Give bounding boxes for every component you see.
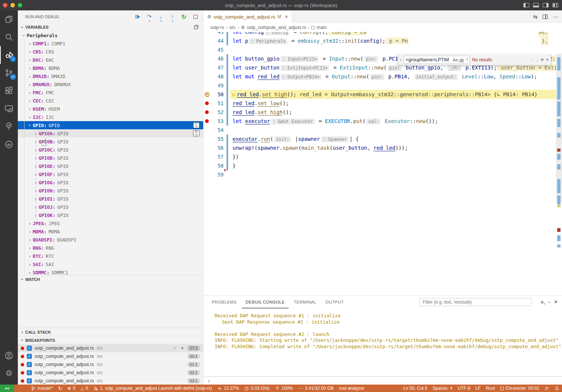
tree-item-gpiod[interactable]: ›GPIOD:GPIO: [18, 154, 203, 162]
chevron-right-icon[interactable]: ›: [27, 229, 33, 234]
status-notifications[interactable]: [552, 385, 562, 392]
breakpoint-gutter-icon[interactable]: [204, 110, 210, 114]
code-line-49[interactable]: 49: [204, 81, 556, 90]
code-line-51[interactable]: 51 red_led.set_low();: [204, 99, 556, 108]
breakpoint-checkbox[interactable]: ✓: [27, 362, 32, 367]
breakpoint-gutter-icon[interactable]: [204, 101, 210, 105]
tree-item-comp1[interactable]: ›COMP1:COMP1: [18, 39, 203, 48]
activity-source-control-icon[interactable]: 17: [0, 64, 18, 82]
activity-search-icon[interactable]: [0, 28, 18, 46]
code-area[interactable]: 43 let config: Config = Config(); config…: [204, 32, 562, 295]
code-line-43[interactable]: 43 let config: Config = Config(); config…: [204, 32, 556, 36]
continue-button[interactable]: [134, 13, 141, 20]
code-line-57[interactable]: 57 }): [204, 152, 556, 161]
tree-item-gpio[interactable]: ›GPIO:GPIO0110: [18, 121, 203, 129]
chevron-right-icon[interactable]: ›: [27, 57, 33, 63]
activity-run-and-debug-icon[interactable]: 1: [0, 46, 18, 64]
chevron-right-icon[interactable]: ›: [33, 213, 39, 218]
breakpoint-row[interactable]: ✓sstp_compute_and_adjust.rssrc52:1: [18, 369, 203, 377]
activity-explorer-icon[interactable]: [0, 10, 18, 28]
tree-item-rtc[interactable]: ›RTC:RTC: [18, 252, 203, 260]
status-indentation[interactable]: Spaces: 4: [430, 385, 455, 392]
tree-item-dac[interactable]: ›DAC:DAC: [18, 56, 203, 64]
breadcrumb-item[interactable]: sstp-rs: [210, 25, 224, 30]
chevron-down-icon[interactable]: ›: [27, 122, 33, 128]
breadcrumb-item[interactable]: src: [230, 25, 236, 30]
code-line-44[interactable]: 44 let p: Peripherals = embassy_stm32::i…: [204, 36, 556, 45]
code-line-54[interactable]: 54: [204, 126, 556, 135]
debug-console-input[interactable]: ›: [204, 376, 562, 385]
variables-section-header[interactable]: ›VARIABLES: [18, 23, 203, 31]
activity-accounts-icon[interactable]: [0, 347, 18, 365]
status-eol[interactable]: LF: [473, 385, 483, 392]
sync-file-icon[interactable]: ⇆: [533, 14, 537, 20]
breakpoint-gutter-icon[interactable]: [204, 119, 210, 123]
breadcrumb-item[interactable]: main: [316, 25, 327, 30]
call-stack-section-header[interactable]: ›CALL STACK: [18, 328, 203, 336]
activity-extensions-icon[interactable]: [0, 82, 18, 100]
remove-breakpoint-icon[interactable]: ×: [181, 345, 184, 351]
remote-indicator[interactable]: ><: [0, 385, 14, 392]
view-binary-icon[interactable]: 0110: [193, 122, 199, 128]
overview-ruler[interactable]: [556, 54, 562, 295]
code-line-58[interactable]: 58}: [204, 161, 556, 170]
status-feedback[interactable]: [542, 385, 552, 392]
status-rust-analyzer[interactable]: rust-analyzer: [336, 385, 367, 392]
status-encoding[interactable]: UTF-8: [455, 385, 473, 392]
status-memory[interactable]: ⋯3.41/32.00 GB: [296, 385, 336, 392]
status-cpu-usage[interactable]: 12.37%: [215, 385, 242, 392]
tree-item-rng[interactable]: ›RNG:RNG: [18, 244, 203, 252]
chevron-right-icon[interactable]: ›: [33, 180, 39, 185]
status-cursor-position[interactable]: Ln 50, Col 5: [401, 385, 430, 392]
chevron-right-icon[interactable]: ›: [27, 262, 33, 267]
console-filter-input[interactable]: [419, 298, 532, 306]
chevron-right-icon[interactable]: ›: [27, 253, 33, 259]
view-binary-icon[interactable]: 0110: [193, 130, 199, 136]
previous-match-icon[interactable]: ↑: [532, 57, 534, 62]
tree-item-gpiof[interactable]: ›GPIOF:GPIO: [18, 170, 203, 178]
panel-tab-terminal[interactable]: TERMINAL: [290, 296, 320, 308]
tree-item-sai[interactable]: ›SAI:SAI: [18, 260, 203, 268]
chevron-right-icon[interactable]: ›: [27, 98, 33, 104]
chevron-right-icon[interactable]: ›: [27, 90, 33, 95]
tab-sstp-compute-and-adjust[interactable]: ⚙ sstp_compute_and_adjust.rs M ×: [204, 10, 292, 23]
activity-remote-explorer-icon[interactable]: [0, 100, 18, 117]
breakpoint-checkbox[interactable]: ✓: [27, 354, 32, 359]
breakpoints-section-header[interactable]: ›BREAKPOINTS: [18, 336, 203, 344]
breakpoint-row[interactable]: ✓sstp_compute_and_adjust.rssrc51:1: [18, 360, 203, 369]
toggle-secondary-sidebar-icon[interactable]: [543, 3, 549, 7]
tree-item-jpeg[interactable]: ›JPEG:JPEG: [18, 219, 203, 227]
chevron-right-icon[interactable]: ›: [27, 237, 33, 243]
tree-item-gpioi[interactable]: ›GPIOI:GPIO: [18, 195, 203, 203]
chevron-right-icon[interactable]: ›: [33, 188, 39, 194]
editor-more-actions-icon[interactable]: ⋯: [553, 14, 558, 20]
customize-layout-icon[interactable]: [552, 3, 558, 7]
watch-section-header[interactable]: ›WATCH: [18, 275, 203, 283]
status-branch[interactable]: master*: [28, 385, 55, 392]
stop-button[interactable]: [192, 13, 199, 20]
breakpoint-checkbox[interactable]: ✓: [27, 378, 32, 383]
chevron-right-icon[interactable]: ›: [33, 172, 39, 177]
status-language[interactable]: Rust: [483, 385, 498, 392]
tree-item-gpioe[interactable]: ›GPIOE:GPIO: [18, 162, 203, 170]
chevron-right-icon[interactable]: ›: [27, 41, 33, 46]
breakpoint-checkbox[interactable]: ✓: [27, 346, 32, 351]
tree-item-bdma[interactable]: ›BDMA:BDMA: [18, 64, 203, 72]
tree-item-dma2d[interactable]: ›DMA2D:DMA2D: [18, 72, 203, 80]
breakpoint-row[interactable]: ✓sstp_compute_and_adjust.rssrc×27:1: [18, 344, 203, 352]
split-editor-icon[interactable]: [543, 14, 548, 19]
panel-tab-debug-console[interactable]: DEBUG CONSOLE: [242, 296, 289, 308]
code-line-48[interactable]: 48 let mut red_led: Output<PB14> = Outpu…: [204, 72, 556, 81]
restart-button[interactable]: ↻: [181, 13, 187, 20]
status-cpu-speed[interactable]: 0.03 GHz: [241, 385, 272, 392]
step-over-button[interactable]: ↷: [146, 13, 153, 20]
tree-item-quadspi[interactable]: ›QUADSPI:QUADSPI: [18, 236, 203, 244]
panel-tab-output[interactable]: OUTPUT: [322, 296, 348, 308]
tree-item-sdmmc[interactable]: ›SDMMC:SDMMC1: [18, 268, 203, 275]
chevron-right-icon[interactable]: ›: [27, 270, 33, 275]
status-errors[interactable]: ⊗0: [65, 385, 78, 392]
tree-item-cec[interactable]: ›CEC:CEC: [18, 97, 203, 105]
tree-item-gpioh[interactable]: ›GPIOH:GPIO: [18, 187, 203, 195]
tree-item-mdma[interactable]: ›MDMA:MDMA: [18, 227, 203, 236]
code-line-50[interactable]: 50 ▷red_led.set_high(); red_led = Output…: [204, 90, 556, 99]
